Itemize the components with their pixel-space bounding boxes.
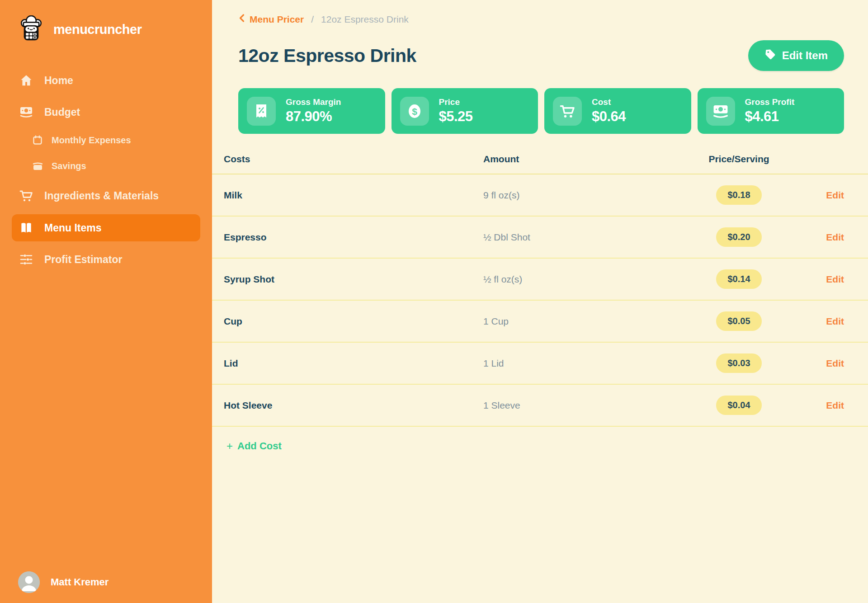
- edit-link[interactable]: Edit: [826, 316, 844, 327]
- sidebar-item-savings[interactable]: Savings: [12, 156, 200, 176]
- sidebar-item-label: Monthly Expenses: [52, 135, 131, 146]
- table-row: Espresso ½ Dbl Shot $0.20 Edit: [212, 217, 868, 259]
- open-book-icon: [19, 221, 33, 235]
- edit-item-button[interactable]: Edit Item: [748, 40, 844, 71]
- edit-link[interactable]: Edit: [826, 358, 844, 369]
- cost-name: Hot Sleeve: [224, 400, 483, 411]
- svg-text:$: $: [412, 106, 417, 116]
- sidebar-item-budget[interactable]: Budget: [12, 99, 200, 126]
- stat-card-cost: Cost $0.64: [544, 88, 691, 134]
- stat-label: Price: [439, 97, 473, 107]
- sidebar-item-label: Budget: [44, 106, 80, 118]
- user-menu[interactable]: Matt Kremer: [18, 571, 108, 593]
- cost-amount: 9 fl oz(s): [483, 190, 708, 201]
- banknote-icon: [706, 97, 735, 126]
- chevron-left-icon: [238, 14, 245, 25]
- cost-amount: ½ Dbl Shot: [483, 232, 708, 243]
- stat-label: Gross Profit: [745, 97, 795, 107]
- menucruncher-logo-icon: [18, 15, 44, 43]
- edit-link[interactable]: Edit: [826, 274, 844, 285]
- cost-amount: 1 Sleeve: [483, 400, 708, 411]
- sidebar-item-home[interactable]: Home: [12, 67, 200, 94]
- stat-label: Cost: [592, 97, 626, 107]
- cost-amount: 1 Cup: [483, 316, 708, 327]
- main-content: Menu Pricer / 12oz Espresso Drink 12oz E…: [212, 0, 868, 603]
- sidebar-item-menu-items[interactable]: Menu Items: [12, 214, 200, 241]
- sidebar-item-label: Savings: [52, 161, 86, 171]
- sidebar-item-monthly-expenses[interactable]: Monthly Expenses: [12, 130, 200, 150]
- price-badge: $0.14: [716, 269, 761, 289]
- cost-amount: 1 Lid: [483, 358, 708, 369]
- avatar: [18, 571, 40, 593]
- table-row: Hot Sleeve 1 Sleeve $0.04 Edit: [212, 385, 868, 427]
- column-header-costs: Costs: [224, 154, 483, 165]
- add-cost-label: Add Cost: [237, 440, 282, 452]
- table-row: Lid 1 Lid $0.03 Edit: [212, 343, 868, 385]
- price-badge: $0.05: [716, 311, 761, 331]
- price-badge: $0.04: [716, 396, 761, 415]
- sidebar-item-label: Profit Estimator: [44, 254, 123, 266]
- stat-value: 87.90%: [286, 108, 341, 125]
- edit-link[interactable]: Edit: [826, 190, 844, 201]
- page-title: 12oz Espresso Drink: [238, 45, 416, 66]
- stat-card-gross-profit: Gross Profit $4.61: [698, 88, 844, 134]
- stat-label: Gross Margin: [286, 97, 341, 107]
- breadcrumb-back-label: Menu Pricer: [250, 14, 304, 25]
- breadcrumb: Menu Pricer / 12oz Espresso Drink: [212, 14, 868, 25]
- table-row: Milk 9 fl oz(s) $0.18 Edit: [212, 174, 868, 217]
- stat-cards: Gross Margin 87.90% $ Price $5.25: [212, 88, 868, 134]
- cost-name: Lid: [224, 358, 483, 369]
- cart-icon: [553, 97, 582, 126]
- sidebar-item-label: Ingredients & Materials: [44, 190, 159, 202]
- banknote-icon: [19, 105, 33, 119]
- sidebar-item-label: Home: [44, 75, 73, 87]
- column-header-price-serving: Price/Serving: [708, 154, 769, 165]
- sidebar-item-profit-estimator[interactable]: Profit Estimator: [12, 246, 200, 273]
- breadcrumb-back-link[interactable]: Menu Pricer: [238, 14, 304, 25]
- price-badge: $0.18: [716, 185, 761, 205]
- cost-name: Syrup Shot: [224, 274, 483, 285]
- add-cost-button[interactable]: + Add Cost: [226, 440, 868, 452]
- stat-card-price: $ Price $5.25: [392, 88, 538, 134]
- edit-item-label: Edit Item: [782, 49, 828, 62]
- sidebar-item-label: Menu Items: [44, 222, 102, 234]
- table-row: Syrup Shot ½ fl oz(s) $0.14 Edit: [212, 259, 868, 301]
- plus-icon: +: [226, 441, 233, 452]
- breadcrumb-current: 12oz Espresso Drink: [321, 14, 409, 25]
- tag-icon: [764, 48, 776, 63]
- table-row: Cup 1 Cup $0.05 Edit: [212, 301, 868, 343]
- cost-name: Espresso: [224, 232, 483, 243]
- stat-value: $4.61: [745, 108, 795, 125]
- stat-value: $0.64: [592, 108, 626, 125]
- wallet-icon: [32, 160, 43, 171]
- user-name: Matt Kremer: [51, 576, 108, 588]
- brand: menucruncher: [0, 0, 212, 43]
- price-badge: $0.20: [716, 227, 761, 247]
- stat-value: $5.25: [439, 108, 473, 125]
- costs-table: Costs Amount Price/Serving Milk 9 fl oz(…: [212, 154, 868, 452]
- sliders-icon: [19, 253, 33, 266]
- cost-name: Cup: [224, 316, 483, 327]
- edit-link[interactable]: Edit: [826, 232, 844, 243]
- costs-table-header: Costs Amount Price/Serving: [212, 154, 868, 174]
- receipt-percent-icon: [247, 97, 276, 126]
- breadcrumb-separator: /: [311, 14, 314, 25]
- cost-name: Milk: [224, 190, 483, 201]
- sidebar-item-ingredients-materials[interactable]: Ingredients & Materials: [12, 182, 200, 210]
- stat-card-gross-margin: Gross Margin 87.90%: [238, 88, 385, 134]
- calendar-icon: [32, 135, 43, 146]
- sidebar-nav: Home Budget Monthly Expen: [0, 67, 212, 273]
- cart-icon: [19, 188, 33, 203]
- sidebar: menucruncher Home Budget: [0, 0, 212, 603]
- home-icon: [19, 74, 33, 87]
- cost-amount: ½ fl oz(s): [483, 274, 708, 285]
- edit-link[interactable]: Edit: [826, 400, 844, 411]
- column-header-amount: Amount: [483, 154, 708, 165]
- price-badge: $0.03: [716, 353, 761, 373]
- dollar-coin-icon: $: [400, 97, 429, 126]
- app-name: menucruncher: [53, 22, 142, 37]
